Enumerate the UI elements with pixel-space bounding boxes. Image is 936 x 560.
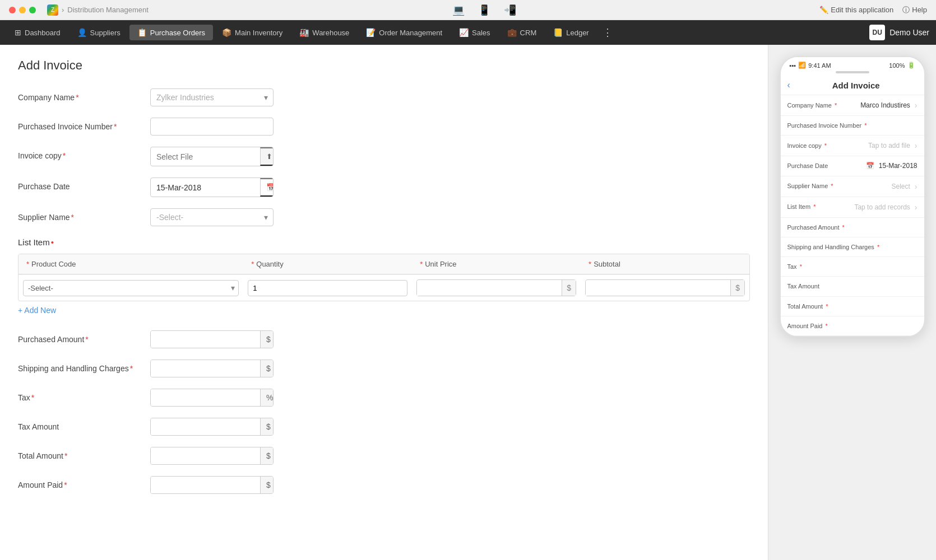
amount-paid-dollar: $ bbox=[260, 477, 274, 493]
tablet-icon[interactable]: 📱 bbox=[478, 4, 490, 16]
minimize-button[interactable] bbox=[19, 7, 26, 13]
tax-label: Tax* bbox=[18, 389, 141, 402]
amount-paid-input[interactable] bbox=[151, 477, 260, 493]
amount-paid-control: $ bbox=[150, 476, 274, 494]
sidebar-item-sales[interactable]: 📈 Sales bbox=[451, 25, 498, 40]
col-header-product-code: * Product Code bbox=[18, 254, 243, 274]
navbar: ⊞ Dashboard 👤 Suppliers 📋 Purchase Order… bbox=[0, 20, 936, 45]
tax-amount-input[interactable] bbox=[151, 418, 260, 435]
phone-field-label: Purchase Date bbox=[787, 162, 838, 170]
quantity-input[interactable] bbox=[248, 280, 407, 296]
tax-amount-label: Tax Amount bbox=[18, 418, 141, 431]
calendar-icon: 📅 bbox=[866, 162, 876, 170]
unit-price-dollar: $ bbox=[562, 280, 576, 296]
crm-icon: 💼 bbox=[507, 28, 517, 37]
amount-paid-row: Amount Paid* $ bbox=[18, 476, 750, 494]
table-row: -Select- ▾ $ bbox=[18, 274, 749, 301]
mobile-icon[interactable]: 📲 bbox=[504, 4, 516, 16]
phone-field-label: Invoice copy * bbox=[787, 142, 838, 150]
sidebar-item-dashboard[interactable]: ⊞ Dashboard bbox=[7, 25, 68, 40]
user-name: Demo User bbox=[889, 28, 929, 37]
shipping-charges-dollar: $ bbox=[260, 360, 274, 377]
total-amount-wrapper: $ bbox=[150, 447, 274, 465]
tax-control: % bbox=[150, 389, 274, 407]
help-button[interactable]: ⓘ Help bbox=[902, 5, 927, 15]
phone-field-label: Supplier Name * bbox=[787, 182, 838, 190]
phone-field-value: Select bbox=[842, 183, 910, 190]
chevron-right-icon: › bbox=[915, 203, 918, 212]
supplier-name-select[interactable]: -Select- bbox=[150, 208, 274, 226]
sidebar-item-warehouse[interactable]: 🏭 Warehouse bbox=[291, 25, 357, 40]
subtotal-input[interactable] bbox=[586, 281, 730, 296]
unit-price-wrapper: $ bbox=[416, 279, 576, 296]
shipping-charges-wrapper: $ bbox=[150, 360, 274, 377]
invoice-number-label: Purchased Invoice Number* bbox=[18, 118, 141, 131]
purchased-amount-input[interactable] bbox=[151, 331, 260, 348]
total-amount-input[interactable] bbox=[151, 447, 260, 464]
phone-nav-bar: ‹ Add Invoice bbox=[781, 76, 924, 95]
device-switcher: 💻 📱 📲 bbox=[153, 4, 815, 16]
unit-price-input[interactable] bbox=[417, 281, 562, 296]
laptop-icon[interactable]: 💻 bbox=[452, 4, 465, 16]
subtotal-dollar: $ bbox=[730, 280, 744, 296]
company-name-select[interactable]: Zylker Industries bbox=[150, 88, 274, 106]
sidebar-item-ledger[interactable]: 📒 Ledger bbox=[545, 25, 596, 40]
breadcrumb: Z › Distribution Management bbox=[47, 4, 149, 16]
total-amount-label: Total Amount* bbox=[18, 447, 141, 460]
shipping-charges-label: Shipping and Handling Charges* bbox=[18, 360, 141, 373]
purchase-date-input[interactable] bbox=[151, 179, 260, 196]
date-wrapper: 📅 bbox=[150, 178, 274, 197]
purchased-amount-row: Purchased Amount* $ bbox=[18, 330, 750, 348]
phone-field-row: Tax * bbox=[781, 257, 924, 277]
phone-field-row: Amount Paid * bbox=[781, 316, 924, 336]
maximize-button[interactable] bbox=[29, 7, 36, 13]
phone-back-button[interactable]: ‹ bbox=[787, 80, 790, 90]
sidebar-item-order-management[interactable]: 📝 Order Management bbox=[358, 25, 450, 40]
phone-notch bbox=[836, 71, 869, 73]
main-content: Add Invoice Company Name* Zylker Industr… bbox=[0, 45, 936, 560]
phone-frame: ▪▪▪ 📶 9:41 AM 100% 🔋 ‹ Add Invoice Compa… bbox=[780, 56, 925, 337]
sidebar-item-main-inventory[interactable]: 📦 Main Inventory bbox=[214, 25, 290, 40]
supplier-name-row: Supplier Name* -Select- bbox=[18, 208, 750, 226]
tax-input[interactable] bbox=[151, 389, 260, 406]
add-new-button[interactable]: + Add New bbox=[18, 301, 56, 319]
supplier-select-wrapper: -Select- bbox=[150, 208, 274, 226]
sidebar-item-purchase-orders[interactable]: 📋 Purchase Orders bbox=[129, 25, 213, 40]
suppliers-icon: 👤 bbox=[77, 28, 87, 37]
sidebar-item-crm[interactable]: 💼 CRM bbox=[499, 25, 545, 40]
phone-field-label: Purchased Invoice Number * bbox=[787, 122, 867, 129]
purchase-date-row: Purchase Date 📅 bbox=[18, 178, 750, 197]
sidebar-item-suppliers[interactable]: 👤 Suppliers bbox=[69, 25, 128, 40]
phone-field-row: Purchase Date📅 15-Mar-2018 bbox=[781, 156, 924, 176]
invoice-number-input[interactable] bbox=[150, 118, 274, 136]
phone-field-value: Tap to add file bbox=[842, 142, 910, 150]
edit-application-button[interactable]: ✏️ Edit this application bbox=[819, 6, 893, 14]
phone-status-left: ▪▪▪ 📶 9:41 AM bbox=[790, 62, 831, 69]
app-logo: Z bbox=[47, 4, 58, 16]
shipping-charges-control: $ bbox=[150, 360, 274, 377]
shipping-charges-input[interactable] bbox=[151, 360, 260, 377]
quantity-cell bbox=[243, 275, 412, 301]
company-name-control: Zylker Industries bbox=[150, 88, 274, 106]
nav-user: DU Demo User bbox=[869, 25, 929, 40]
wifi-icon: 📶 bbox=[798, 62, 806, 69]
mobile-preview-area: ▪▪▪ 📶 9:41 AM 100% 🔋 ‹ Add Invoice Compa… bbox=[768, 45, 936, 560]
phone-field-label: Amount Paid * bbox=[787, 322, 838, 330]
col-header-unit-price: * Unit Price bbox=[412, 254, 581, 274]
title-bar-right: ✏️ Edit this application ⓘ Help bbox=[819, 5, 927, 15]
file-upload-button[interactable]: ⬆ bbox=[260, 147, 274, 166]
tax-amount-row: Tax Amount $ bbox=[18, 418, 750, 436]
phone-field-row: Tax Amount bbox=[781, 277, 924, 296]
col-header-subtotal: * Subtotal bbox=[581, 254, 749, 274]
phone-field-row: Shipping and Handling Charges * bbox=[781, 237, 924, 257]
page-title: Add Invoice bbox=[18, 58, 750, 73]
product-code-select[interactable]: -Select- bbox=[24, 281, 228, 296]
phone-field-label: Purchased Amount * bbox=[787, 223, 845, 231]
product-code-cell: -Select- ▾ bbox=[18, 275, 243, 301]
nav-more-button[interactable]: ⋮ bbox=[598, 23, 617, 42]
calendar-button[interactable]: 📅 bbox=[260, 178, 274, 197]
main-inventory-icon: 📦 bbox=[222, 28, 231, 37]
invoice-number-control bbox=[150, 118, 274, 136]
purchased-amount-label: Purchased Amount* bbox=[18, 330, 141, 344]
close-button[interactable] bbox=[9, 7, 16, 13]
